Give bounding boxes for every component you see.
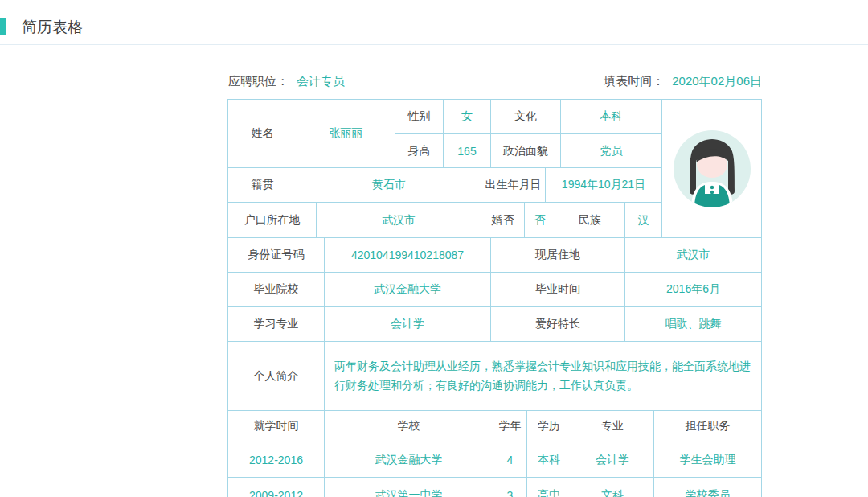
college-label: 毕业院校 (228, 273, 325, 307)
edu-header-period: 就学时间 (228, 411, 325, 442)
height-label: 身高 (395, 134, 444, 168)
culture-value: 本科 (561, 100, 662, 134)
edu-row-period: 2012-2016 (228, 442, 325, 478)
page-title: 简历表格 (22, 17, 83, 38)
major-label: 学习专业 (228, 307, 325, 342)
native-value: 黄石市 (297, 168, 481, 203)
political-label: 政治面貌 (491, 134, 561, 168)
household-value: 武汉市 (317, 203, 481, 238)
marital-value: 否 (525, 203, 555, 238)
college-value: 武汉金融大学 (325, 273, 491, 307)
intro-value: 两年财务及会计助理从业经历，熟悉掌握会计专业知识和应用技能，能全面系统地进行财务… (325, 342, 762, 411)
major-value: 会计学 (325, 307, 491, 342)
id-value: 420104199410218087 (325, 238, 491, 273)
intro-label: 个人简介 (228, 342, 325, 411)
ethnic-value: 汉 (625, 203, 662, 238)
edu-header-major: 专业 (571, 411, 654, 442)
edu-row-school: 武汉金融大学 (325, 442, 493, 478)
date-value: 2020年02月06日 (672, 74, 762, 89)
edu-header-years: 学年 (493, 411, 527, 442)
edu-header-school: 学校 (325, 411, 493, 442)
title-accent-bar (0, 18, 6, 35)
position-label: 应聘职位： (228, 74, 289, 89)
edu-header-position: 担任职务 (654, 411, 762, 442)
position-meta: 应聘职位： 会计专员 (228, 74, 345, 89)
id-label: 身份证号码 (228, 238, 325, 273)
culture-label: 文化 (491, 100, 561, 134)
marital-label: 婚否 (481, 203, 525, 238)
date-label: 填表时间： (604, 74, 664, 89)
grad-label: 毕业时间 (491, 273, 625, 307)
position-value: 会计专员 (297, 74, 345, 89)
edu-header-degree: 学历 (527, 411, 571, 442)
grad-value: 2016年6月 (625, 273, 762, 307)
photo-cell (662, 100, 762, 238)
resume-table: 姓名 张丽丽 性别 女 文化 本科 身高 165 政治面貌 (227, 99, 762, 497)
edu-row-degree: 高中 (527, 478, 571, 497)
birth-label: 出生年月日 (481, 168, 546, 203)
name-label: 姓名 (228, 100, 297, 168)
birth-value: 1994年10月21日 (546, 168, 662, 203)
household-label: 户口所在地 (228, 203, 317, 238)
date-meta: 填表时间： 2020年02月06日 (604, 74, 762, 89)
gender-value: 女 (444, 100, 491, 134)
ethnic-label: 民族 (555, 203, 625, 238)
edu-row-position: 学生会助理 (654, 442, 762, 478)
edu-row-position: 学校委员 (654, 478, 762, 497)
native-label: 籍贯 (228, 168, 297, 203)
edu-row-years: 4 (493, 442, 527, 478)
political-value: 党员 (561, 134, 662, 168)
name-value: 张丽丽 (297, 100, 395, 168)
edu-row-major: 文科 (571, 478, 654, 497)
header-divider (0, 44, 868, 45)
female-avatar-icon (672, 129, 752, 209)
residence-value: 武汉市 (625, 238, 762, 273)
edu-row-years: 3 (493, 478, 527, 497)
height-value: 165 (444, 134, 491, 168)
edu-row-school: 武汉第一中学 (325, 478, 493, 497)
gender-label: 性别 (395, 100, 444, 134)
resume-page: 简历表格 应聘职位： 会计专员 填表时间： 2020年02月06日 姓名 张丽丽… (0, 0, 868, 497)
edu-row-period: 2009-2012 (228, 478, 325, 497)
hobby-label: 爱好特长 (491, 307, 625, 342)
edu-row-degree: 本科 (527, 442, 571, 478)
residence-label: 现居住地 (491, 238, 625, 273)
edu-row-major: 会计学 (571, 442, 654, 478)
hobby-value: 唱歌、跳舞 (625, 307, 762, 342)
